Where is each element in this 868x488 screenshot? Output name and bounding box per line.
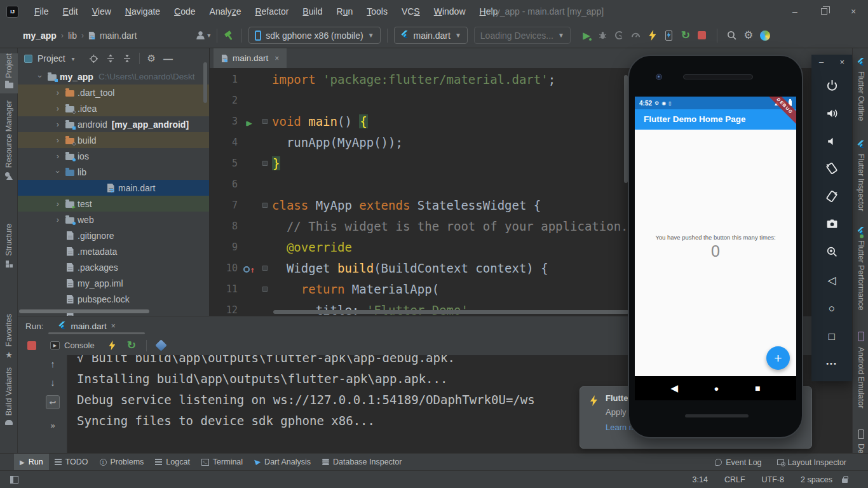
select-opened-file-icon[interactable] — [89, 54, 98, 64]
status-item-indent[interactable]: 2 spaces — [801, 475, 832, 484]
tree-item-main.dart[interactable]: main.dart — [18, 180, 209, 196]
build-hammer-icon[interactable] — [224, 30, 235, 41]
toolwindow-tab-dart-analysis[interactable]: Dart Analysis — [248, 454, 316, 471]
emulator-back-button[interactable]: ◁ — [811, 274, 852, 287]
tree-item-build[interactable]: ›build — [18, 132, 209, 148]
editor-tab-main-dart[interactable]: main.dart × — [214, 48, 287, 68]
fold-marker-icon[interactable] — [262, 266, 268, 271]
settings-button[interactable]: ⚙ — [740, 27, 757, 44]
debug-button[interactable] — [595, 27, 611, 44]
project-panel-title[interactable]: Project — [37, 53, 65, 64]
stripe-tab-flutter-inspector[interactable]: Flutter Inspector — [853, 154, 868, 211]
restore-button[interactable] — [810, 0, 839, 23]
emulator-power-button[interactable] — [811, 79, 852, 94]
tree-item-android[interactable]: ›android[my_app_android] — [18, 116, 209, 132]
breadcrumb-lib[interactable]: lib — [68, 30, 77, 41]
back-icon[interactable]: ◀ — [671, 383, 679, 394]
close-icon[interactable]: × — [111, 322, 116, 330]
menu-view[interactable]: View — [85, 0, 118, 23]
close-button[interactable]: × — [839, 0, 868, 23]
toolwindow-tab-database-inspector[interactable]: Database Inspector — [316, 454, 407, 471]
status-item-position[interactable]: 3:14 — [693, 475, 708, 484]
console-tab[interactable]: ▶ Console — [50, 341, 95, 350]
emulator-home-button[interactable]: ○ — [811, 302, 852, 315]
run-tab-main-dart[interactable]: main.dart × — [58, 321, 116, 332]
toolwindow-toggle-icon[interactable] — [10, 476, 18, 484]
minimize-button[interactable]: – — [780, 0, 810, 23]
home-icon[interactable]: ● — [714, 384, 719, 393]
layout-inspector[interactable]: Layout Inspector — [777, 458, 846, 467]
stripe-tab-build-variants[interactable]: Build Variants — [0, 367, 18, 425]
menu-refactor[interactable]: Refactor — [248, 0, 295, 23]
menu-navigate[interactable]: Navigate — [118, 0, 167, 23]
emulator-rotate-right-button[interactable] — [811, 189, 852, 205]
emulator-rotate-left-button[interactable] — [811, 161, 852, 177]
menu-edit[interactable]: Edit — [56, 0, 85, 23]
expand-arrow-icon[interactable]: › — [52, 135, 64, 145]
tree-item-pubspec.lock[interactable]: pubspec.lock — [18, 291, 209, 307]
expand-arrow-icon[interactable]: › — [52, 215, 64, 224]
expand-arrow-icon[interactable]: › — [52, 199, 64, 208]
toolwindow-tab-logcat[interactable]: Logcat — [149, 454, 196, 471]
toolwindow-tab-todo[interactable]: TODO — [49, 454, 94, 471]
menu-window[interactable]: Window — [427, 0, 473, 23]
status-item-line-ending[interactable]: CRLF — [724, 475, 745, 484]
phone-screen[interactable]: 4:52 ⚙ ◉ ▯ Flutter Demo Home Page DEBUG … — [635, 97, 796, 400]
stripe-tab-project[interactable]: Project — [0, 53, 18, 93]
tree-item-lib[interactable]: ›lib — [18, 164, 209, 180]
stripe-tab-flutter-performance[interactable]: Flutter Performance — [853, 240, 868, 310]
override-gutter-icon[interactable]: ↑ — [243, 261, 255, 275]
menu-analyze[interactable]: Analyze — [203, 0, 248, 23]
stripe-tab-favorites[interactable]: Favorites★ — [0, 314, 18, 360]
hide-panel-icon[interactable]: — — [163, 53, 173, 64]
project-horizontal-scrollbar[interactable] — [19, 309, 149, 313]
tree-item-.idea[interactable]: ›.idea — [18, 100, 209, 116]
soft-wrap-icon[interactable]: ↩ — [46, 395, 60, 409]
expand-arrow-icon[interactable]: › — [52, 104, 64, 113]
menu-vcs[interactable]: VCS — [395, 0, 427, 23]
scroll-up-icon[interactable]: ↑ — [50, 358, 55, 369]
stripe-tab-structure[interactable]: Structure — [0, 224, 18, 268]
menu-code[interactable]: Code — [167, 0, 202, 23]
emulator-overview-button[interactable]: □ — [811, 330, 852, 343]
tree-item-.gitignore[interactable]: .gitignore — [18, 227, 209, 243]
menu-run[interactable]: Run — [330, 0, 360, 23]
expand-icons[interactable]: » — [50, 421, 55, 430]
stripe-tab-android-emulator[interactable]: Android Emulator — [853, 347, 868, 409]
vcs-user-widget[interactable]: ▾ — [195, 30, 210, 41]
toolwindow-tab-problems[interactable]: !Problems — [94, 454, 150, 471]
status-item-encoding[interactable]: UTF-8 — [762, 475, 784, 484]
fold-marker-icon[interactable] — [262, 203, 268, 208]
expand-arrow-icon[interactable]: › — [52, 88, 64, 97]
menu-tools[interactable]: Tools — [360, 0, 395, 23]
menu-file[interactable]: File — [27, 0, 56, 23]
menu-build[interactable]: Build — [295, 0, 329, 23]
editor-horizontal-scrollbar[interactable] — [273, 310, 629, 314]
stop-button[interactable] — [694, 27, 710, 44]
emulator-zoom-button[interactable] — [811, 245, 852, 261]
open-devtools-icon[interactable] — [155, 339, 166, 351]
fold-marker-icon[interactable] — [262, 119, 268, 124]
flutter-devtools-button[interactable] — [757, 27, 773, 44]
rerun-button[interactable]: ↻ — [677, 27, 694, 44]
emulator-volume-up-button[interactable] — [811, 107, 852, 122]
tree-item-ios[interactable]: ›ios — [18, 148, 209, 164]
expand-arrow-icon[interactable]: › — [36, 71, 45, 83]
hot-restart-icon[interactable]: ↻ — [127, 339, 136, 352]
stop-icon[interactable] — [27, 341, 36, 350]
tree-item-.dart_tool[interactable]: ›.dart_tool — [18, 85, 209, 100]
expand-arrow-icon[interactable]: › — [52, 151, 64, 161]
collapse-all-icon[interactable] — [123, 54, 132, 63]
toolwindow-tab-run[interactable]: ▶Run — [14, 454, 49, 471]
tree-item-my_app.iml[interactable]: my_app.iml — [18, 275, 209, 291]
lock-icon[interactable] — [842, 478, 848, 483]
emulator-minimize-button[interactable]: – — [819, 57, 824, 67]
project-vertical-scrollbar[interactable] — [203, 62, 207, 103]
expand-all-icon[interactable] — [106, 54, 115, 63]
tree-item-my_app[interactable]: ›my_appC:\Users\Leonardo\Deskt — [18, 69, 209, 85]
breadcrumb-file[interactable]: main.dart — [100, 30, 137, 41]
breadcrumb-project[interactable]: my_app — [23, 30, 57, 41]
flutter-hot-reload-button[interactable] — [644, 27, 661, 44]
expand-arrow-icon[interactable]: › — [53, 166, 63, 178]
fold-marker-icon[interactable] — [262, 287, 268, 292]
